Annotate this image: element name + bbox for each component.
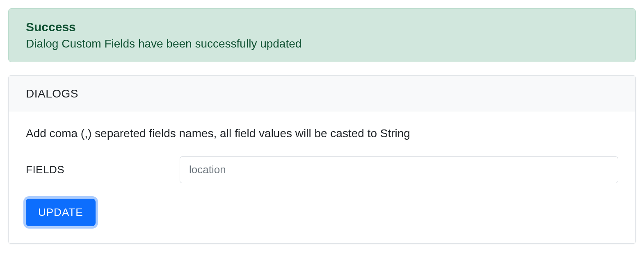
alert-message: Dialog Custom Fields have been successfu… xyxy=(26,37,618,50)
card-header: DIALOGS xyxy=(9,76,635,112)
alert-title: Success xyxy=(26,20,618,34)
help-text: Add coma (,) separeted fields names, all… xyxy=(26,127,618,140)
dialogs-card: DIALOGS Add coma (,) separeted fields na… xyxy=(8,75,636,244)
card-header-title: DIALOGS xyxy=(26,87,618,100)
card-body: Add coma (,) separeted fields names, all… xyxy=(9,112,635,243)
update-button[interactable]: UPDATE xyxy=(26,199,96,226)
fields-input[interactable] xyxy=(180,156,618,183)
success-alert: Success Dialog Custom Fields have been s… xyxy=(8,8,636,62)
fields-label: FIELDS xyxy=(26,163,180,176)
fields-form-row: FIELDS xyxy=(26,156,618,183)
